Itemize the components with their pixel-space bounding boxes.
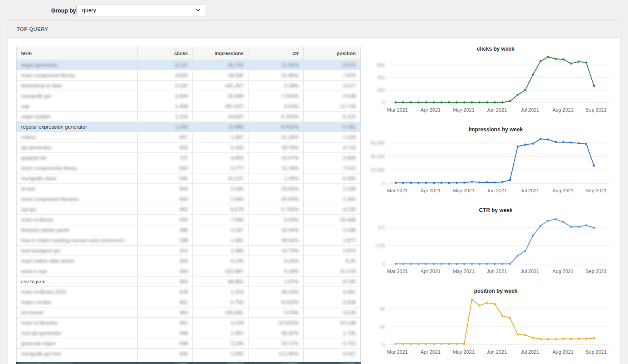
ctr-cell: 5.705% — [249, 204, 304, 214]
clicks-cell: 3,820 — [138, 70, 193, 80]
column-header-term[interactable]: term — [17, 47, 138, 60]
svg-text:0.1: 0.1 — [378, 225, 385, 230]
term-text: api generator — [21, 145, 52, 150]
svg-text:Sep 2021: Sep 2021 — [585, 188, 606, 193]
ctr-value: 20.93% — [281, 196, 299, 202]
position-value: 6.122 — [343, 114, 356, 119]
table-row[interactable]: react components library6525,77711.28%7.… — [17, 163, 360, 173]
table-row[interactable]: react component library3,82018,93621.86%… — [17, 70, 360, 81]
impressions-value: 5,777 — [231, 165, 244, 171]
clicks-cell: 652 — [138, 163, 193, 173]
clicks-cell: 2,304 — [138, 91, 193, 101]
position-cell: 5.038 — [304, 297, 360, 307]
clicks-value: 957 — [179, 134, 188, 140]
table-row[interactable]: how to make existing column auto increme… — [17, 235, 360, 246]
table-row[interactable]: react ui libraries4514,13410.915%10.148 — [17, 318, 360, 328]
term-cell: regex builder — [17, 112, 138, 121]
table-row[interactable]: regex creator4615,7558.015%5.038 — [17, 297, 360, 308]
term-text: generate regex — [21, 341, 56, 346]
impressions-cell: 24,837 — [193, 112, 249, 121]
clicks-value: 460 — [179, 279, 188, 284]
svg-text:May 2021: May 2021 — [453, 107, 474, 113]
position-value: 1.875 — [343, 248, 356, 253]
svg-text:Apr 2021: Apr 2021 — [420, 107, 440, 113]
ctr-value: 7.926% — [281, 93, 299, 99]
ctr-cell: 6.03% — [249, 215, 304, 225]
impressions-cell: 3,350 — [193, 349, 249, 359]
clicks-cell: 304 — [138, 256, 193, 266]
position-value: 2.958 — [343, 155, 356, 160]
term-cell: ai tool — [17, 184, 138, 194]
term-cell: react component libraries — [17, 194, 138, 204]
chart-clicks-by-week: clicks by week0200400600Mar 2021Apr 2021… — [368, 42, 619, 118]
table-row[interactable]: redout9571,38721.26%1.318 — [17, 132, 360, 143]
table-row[interactable]: regular expression generator1,20511,9859… — [17, 122, 360, 132]
group-by-select[interactable]: query — [76, 4, 206, 16]
column-header-position[interactable]: position — [304, 47, 360, 60]
dashboard-page: Group by query TOP QUERY termclicksimpre… — [0, 0, 628, 364]
table-row[interactable]: what is sap304222,8870.18%15.278 — [17, 266, 360, 277]
term-text: mongodb client — [21, 176, 56, 181]
ctr-value: 1.07% — [284, 279, 299, 284]
impressions-value: 4,134 — [231, 320, 244, 325]
term-cell: mongodb gui free — [17, 349, 138, 359]
table-row[interactable]: mongodb gui free4363,35013.135%4.057 — [17, 349, 360, 359]
svg-text:Aug 2021: Aug 2021 — [552, 107, 573, 113]
table-row[interactable]: react native date picker3046,1355.25%8.3… — [17, 256, 360, 266]
chart-impressions-by-week: impressions by week020,00040,00060,000Ma… — [368, 122, 619, 199]
table-row[interactable]: regex generator5,19745,79211.35%9.075 — [17, 60, 360, 70]
table-row[interactable]: timestamp to date2,191141,3672.28%3.517 — [17, 81, 360, 91]
impressions-value: 2,249 — [231, 341, 244, 346]
clicks-value: 2,191 — [175, 83, 188, 88]
table-row[interactable]: rest api generator4481,46130.32%1.735 — [17, 328, 360, 338]
column-header-ctr[interactable]: ctr — [249, 47, 304, 60]
clicks-cell: 1,215 — [138, 112, 193, 121]
table-row[interactable]: graphql ide7374,85315.07%2.958 — [17, 153, 360, 163]
term-text: sap — [21, 104, 30, 109]
term-cell: firebase admin panel — [17, 225, 138, 235]
position-cell: 7.875 — [304, 70, 360, 80]
table-row[interactable]: accenture453156,9810.29%13.35 — [17, 308, 360, 318]
table-row[interactable]: best postgres gui3132,48514.73%1.875 — [17, 246, 360, 256]
table-row[interactable]: react component libraries5032,96020.93%2… — [17, 194, 360, 204]
svg-text:40: 40 — [379, 306, 385, 312]
impressions-cell: 25,496 — [193, 91, 249, 101]
position-value: 8.30 — [346, 258, 356, 264]
clicks-cell: 545 — [138, 173, 193, 183]
table-row[interactable]: csv to json46048,8621.07%8.195 — [17, 277, 360, 287]
term-text: react ui libraries — [21, 320, 57, 325]
table-row[interactable]: api generator9035,15018.75%4.715 — [17, 143, 360, 153]
column-header-impressions[interactable]: impressions — [193, 47, 249, 60]
table-row[interactable]: sql gui4628,2795.705%4.233 — [17, 204, 360, 215]
column-header-clicks[interactable]: clicks — [138, 47, 193, 60]
table-row[interactable]: react ui library 20214781,31936.24%4.351 — [17, 287, 360, 297]
ctr-value: 5.315% — [281, 114, 299, 119]
clicks-value: 448 — [179, 330, 188, 336]
selected-row-clipped[interactable]: mongodb compass gui1,42512,51411.39%4.12… — [16, 362, 361, 364]
table-row[interactable]: firebase admin panel3962,18725.94%3.208 — [17, 225, 360, 235]
ctr-cell: 19.71% — [249, 338, 304, 348]
chart-ctr-by-week: CTR by week00.050.1Mar 2021Apr 2021May 2… — [368, 203, 619, 279]
table-row[interactable]: mongodb gui2,30425,4967.926%4.538 — [17, 91, 360, 101]
clicks-cell: 478 — [138, 287, 193, 297]
group-by-label: Group by — [51, 8, 76, 14]
position-value: 5.038 — [343, 299, 356, 305]
clicks-cell: 396 — [138, 225, 193, 235]
term-cell: regex generator — [17, 60, 138, 70]
table-row[interactable]: generate regex4382,24919.71%4.753 — [17, 338, 360, 349]
term-text: regex generator — [21, 62, 57, 68]
impressions-cell: 2,249 — [193, 338, 249, 348]
position-cell: 3.208 — [304, 225, 360, 235]
table-row[interactable]: react ui library4307,0806.03%25.448 — [17, 215, 360, 225]
table-row[interactable]: mongodb client54541,2371.36%5.265 — [17, 173, 360, 184]
group-by-value: query — [82, 7, 96, 13]
position-value: 4.125 — [342, 362, 355, 364]
clicks-value: 453 — [179, 310, 188, 315]
svg-text:Mar 2021: Mar 2021 — [387, 188, 408, 193]
table-row[interactable]: regex builder1,21524,8375.315%6.122 — [17, 112, 360, 122]
table-row[interactable]: sap1,499287,8270.54%12.718 — [17, 101, 360, 112]
term-cell: generate regex — [17, 338, 138, 348]
clicks-value: 545 — [179, 176, 188, 181]
impressions-cell: 41,237 — [193, 173, 249, 183]
table-row[interactable]: ai tool5042,33523.05%2.198 — [17, 184, 360, 194]
